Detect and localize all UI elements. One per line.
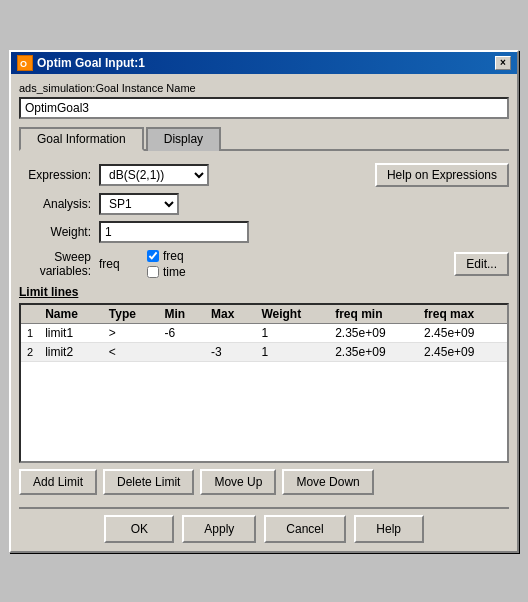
title-bar-left: O Optim Goal Input:1 [17,55,145,71]
sweep-content: freq freq time Edit... [99,249,509,279]
cell-freq-max: 2.45e+09 [418,323,507,342]
time-label: time [163,265,186,279]
help-button[interactable]: Help [354,515,424,543]
cell-weight: 1 [255,342,329,361]
expression-label: Expression: [19,168,99,182]
col-header-num [21,305,39,324]
col-header-min: Min [159,305,206,324]
divider [19,507,509,509]
window-body: ads_simulation:Goal Instance Name Goal I… [11,74,517,551]
help-expressions-button[interactable]: Help on Expressions [375,163,509,187]
svg-text:O: O [20,59,27,69]
time-checkbox[interactable] [147,266,159,278]
cell-type: > [103,323,159,342]
cell-weight: 1 [255,323,329,342]
cell-num: 2 [21,342,39,361]
limit-lines-heading: Limit lines [19,285,509,299]
action-buttons: Add Limit Delete Limit Move Up Move Down [19,469,509,495]
weight-label: Weight: [19,225,99,239]
cell-freq-max: 2.45e+09 [418,342,507,361]
weight-input[interactable] [99,221,249,243]
expression-row: Expression: dB(S(2,1)) Help on Expressio… [19,163,509,187]
freq-checkbox-row: freq [147,249,186,263]
table-row[interactable]: 2 limit2 < -3 1 2.35e+09 2.45e+09 [21,342,507,361]
main-window: O Optim Goal Input:1 × ads_simulation:Go… [9,50,519,553]
cell-num: 1 [21,323,39,342]
cell-freq-min: 2.35e+09 [329,342,418,361]
instance-label: ads_simulation:Goal Instance Name [19,82,509,94]
move-up-button[interactable]: Move Up [200,469,276,495]
tab-display[interactable]: Display [146,127,221,151]
weight-row: Weight: [19,221,509,243]
table-row[interactable]: 1 limit1 > -6 1 2.35e+09 2.45e+09 [21,323,507,342]
col-header-type: Type [103,305,159,324]
freq-checkbox[interactable] [147,250,159,262]
analysis-select[interactable]: SP1 [99,193,179,215]
cell-freq-min: 2.35e+09 [329,323,418,342]
move-down-button[interactable]: Move Down [282,469,373,495]
cell-max: -3 [205,342,255,361]
cell-min [159,342,206,361]
tabs: Goal Information Display [19,125,509,151]
analysis-label: Analysis: [19,197,99,211]
freq-label: freq [163,249,184,263]
col-header-weight: Weight [255,305,329,324]
delete-limit-button[interactable]: Delete Limit [103,469,194,495]
limit-lines-table-container: Name Type Min Max Weight freq min freq m… [19,303,509,463]
table-body: 1 limit1 > -6 1 2.35e+09 2.45e+09 2 limi… [21,323,507,361]
cell-name: limit1 [39,323,103,342]
limit-lines-table: Name Type Min Max Weight freq min freq m… [21,305,507,362]
sweep-checkboxes: freq time [147,249,186,279]
ok-button[interactable]: OK [104,515,174,543]
edit-button[interactable]: Edit... [454,252,509,276]
cancel-button[interactable]: Cancel [264,515,345,543]
expression-select[interactable]: dB(S(2,1)) [99,164,209,186]
sweep-variable-value: freq [99,257,139,271]
close-button[interactable]: × [495,56,511,70]
cell-min: -6 [159,323,206,342]
title-bar: O Optim Goal Input:1 × [11,52,517,74]
tab-goal-information[interactable]: Goal Information [19,127,144,151]
time-checkbox-row: time [147,265,186,279]
apply-button[interactable]: Apply [182,515,256,543]
col-header-freq-max: freq max [418,305,507,324]
cell-type: < [103,342,159,361]
tab-content: Expression: dB(S(2,1)) Help on Expressio… [19,159,509,499]
sweep-label: Sweepvariables: [40,250,91,278]
instance-input[interactable] [19,97,509,119]
window-title: Optim Goal Input:1 [37,56,145,70]
add-limit-button[interactable]: Add Limit [19,469,97,495]
table-header-row: Name Type Min Max Weight freq min freq m… [21,305,507,324]
col-header-freq-min: freq min [329,305,418,324]
analysis-row: Analysis: SP1 [19,193,509,215]
cell-max [205,323,255,342]
sweep-row: Sweepvariables: freq freq time [19,249,509,279]
bottom-buttons: OK Apply Cancel Help [19,515,509,543]
window-icon: O [17,55,33,71]
col-header-name: Name [39,305,103,324]
cell-name: limit2 [39,342,103,361]
col-header-max: Max [205,305,255,324]
